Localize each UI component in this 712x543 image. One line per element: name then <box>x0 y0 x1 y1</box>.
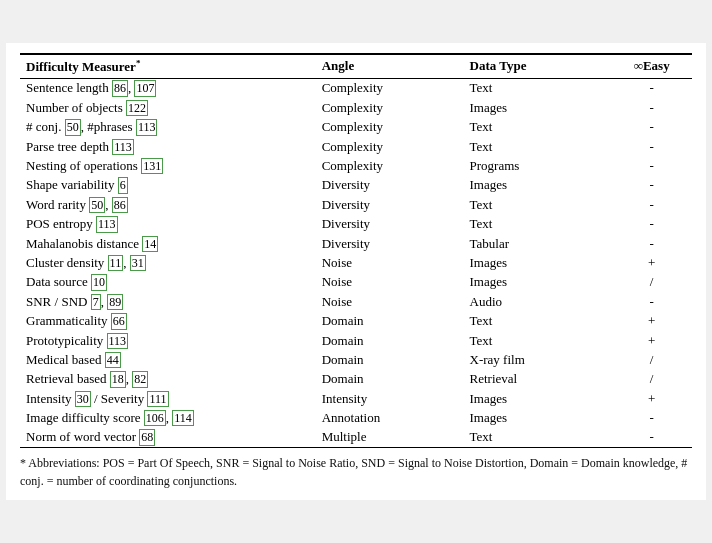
cell-angle: Noise <box>316 292 464 311</box>
ref-box: 14 <box>142 236 158 252</box>
col-header-angle: Angle <box>316 54 464 79</box>
table-row: Nesting of operations 131ComplexityProgr… <box>20 157 692 176</box>
cell-angle: Intensity <box>316 389 464 408</box>
cell-angle: Domain <box>316 370 464 389</box>
cell-easy: - <box>611 409 692 428</box>
table-row: Word rarity 50, 86DiversityText- <box>20 195 692 214</box>
ref-box: 82 <box>132 371 148 387</box>
cell-measure: Retrieval based 18, 82 <box>20 370 316 389</box>
ref-box: 18 <box>110 371 126 387</box>
ref-box: 7 <box>91 294 101 310</box>
cell-datatype: Images <box>464 273 612 292</box>
cell-datatype: Programs <box>464 157 612 176</box>
cell-datatype: Text <box>464 215 612 234</box>
cell-easy: - <box>611 234 692 253</box>
cell-easy: / <box>611 273 692 292</box>
table-row: Grammaticality 66DomainText+ <box>20 312 692 331</box>
ref-box: 113 <box>136 119 158 135</box>
cell-measure: POS entropy 113 <box>20 215 316 234</box>
ref-box: 50 <box>89 197 105 213</box>
cell-angle: Noise <box>316 273 464 292</box>
cell-measure: Medical based 44 <box>20 350 316 369</box>
cell-angle: Complexity <box>316 118 464 137</box>
table-row: # conj. 50, #phrases 113ComplexityText- <box>20 118 692 137</box>
cell-angle: Annotation <box>316 409 464 428</box>
cell-datatype: Images <box>464 253 612 272</box>
ref-box: 30 <box>75 391 91 407</box>
cell-datatype: Text <box>464 78 612 98</box>
cell-datatype: Tabular <box>464 234 612 253</box>
cell-easy: + <box>611 312 692 331</box>
ref-box: 6 <box>118 177 128 193</box>
ref-box: 50 <box>65 119 81 135</box>
cell-angle: Noise <box>316 253 464 272</box>
ref-box: 89 <box>107 294 123 310</box>
cell-measure: # conj. 50, #phrases 113 <box>20 118 316 137</box>
ref-box: 10 <box>91 274 107 290</box>
cell-angle: Diversity <box>316 215 464 234</box>
table-row: Mahalanobis distance 14DiversityTabular- <box>20 234 692 253</box>
cell-easy: - <box>611 292 692 311</box>
cell-measure: Grammaticality 66 <box>20 312 316 331</box>
ref-box: 131 <box>141 158 163 174</box>
table-row: Intensity 30 / Severity 111IntensityImag… <box>20 389 692 408</box>
cell-measure: Shape variability 6 <box>20 176 316 195</box>
cell-easy: - <box>611 78 692 98</box>
ref-box: 86 <box>112 80 128 96</box>
cell-datatype: Images <box>464 176 612 195</box>
ref-box: 107 <box>134 80 156 96</box>
cell-easy: - <box>611 118 692 137</box>
cell-angle: Diversity <box>316 234 464 253</box>
cell-angle: Domain <box>316 312 464 331</box>
ref-box: 113 <box>107 333 129 349</box>
cell-datatype: Text <box>464 195 612 214</box>
cell-measure: Word rarity 50, 86 <box>20 195 316 214</box>
ref-box: 106 <box>144 410 166 426</box>
table-row: Shape variability 6DiversityImages- <box>20 176 692 195</box>
difficulty-measures-table: Difficulty Measurer* Angle Data Type ∞Ea… <box>20 53 692 449</box>
ref-box: 31 <box>130 255 146 271</box>
table-row: Number of objects 122ComplexityImages- <box>20 98 692 117</box>
cell-datatype: X-ray film <box>464 350 612 369</box>
ref-box: 122 <box>126 100 148 116</box>
ref-box: 114 <box>172 410 194 426</box>
cell-angle: Complexity <box>316 98 464 117</box>
cell-measure: Sentence length 86, 107 <box>20 78 316 98</box>
ref-box: 44 <box>105 352 121 368</box>
cell-datatype: Text <box>464 118 612 137</box>
cell-easy: - <box>611 137 692 156</box>
table-row: Image difficulty score 106, 114Annotatio… <box>20 409 692 428</box>
cell-easy: + <box>611 331 692 350</box>
ref-box: 111 <box>147 391 168 407</box>
cell-measure: Number of objects 122 <box>20 98 316 117</box>
ref-box: 66 <box>111 313 127 329</box>
table-row: Parse tree depth 113ComplexityText- <box>20 137 692 156</box>
cell-measure: Cluster density 11, 31 <box>20 253 316 272</box>
cell-measure: Parse tree depth 113 <box>20 137 316 156</box>
table-row: Sentence length 86, 107ComplexityText- <box>20 78 692 98</box>
table-row: Medical based 44DomainX-ray film/ <box>20 350 692 369</box>
cell-easy: - <box>611 176 692 195</box>
cell-easy: / <box>611 370 692 389</box>
cell-angle: Complexity <box>316 157 464 176</box>
col-header-datatype: Data Type <box>464 54 612 79</box>
table-header-row: Difficulty Measurer* Angle Data Type ∞Ea… <box>20 54 692 79</box>
cell-measure: SNR / SND 7, 89 <box>20 292 316 311</box>
cell-measure: Intensity 30 / Severity 111 <box>20 389 316 408</box>
cell-angle: Diversity <box>316 195 464 214</box>
cell-datatype: Text <box>464 331 612 350</box>
table-row: Prototypicality 113DomainText+ <box>20 331 692 350</box>
cell-angle: Domain <box>316 350 464 369</box>
cell-datatype: Audio <box>464 292 612 311</box>
ref-box: 11 <box>108 255 124 271</box>
table-row: Norm of word vector 68MultipleText- <box>20 428 692 448</box>
table-row: POS entropy 113DiversityText- <box>20 215 692 234</box>
cell-measure: Data source 10 <box>20 273 316 292</box>
ref-box: 113 <box>112 139 134 155</box>
cell-measure: Nesting of operations 131 <box>20 157 316 176</box>
cell-angle: Complexity <box>316 137 464 156</box>
ref-box: 68 <box>139 429 155 445</box>
cell-measure: Mahalanobis distance 14 <box>20 234 316 253</box>
col-header-easy: ∞Easy <box>611 54 692 79</box>
cell-angle: Complexity <box>316 78 464 98</box>
